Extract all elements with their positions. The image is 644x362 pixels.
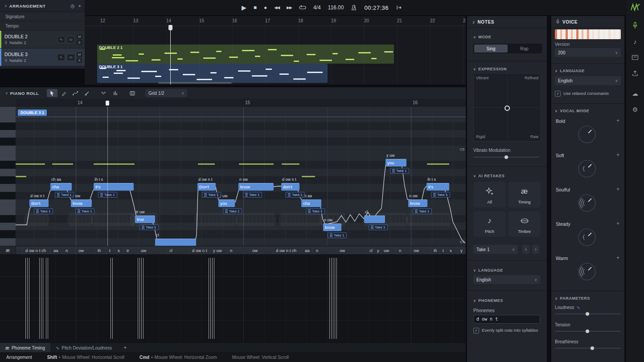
phoneme-token[interactable]: aa xyxy=(305,248,310,253)
phoneme-token[interactable]: cl xyxy=(169,248,172,253)
vocal-mode-knob-soft[interactable] xyxy=(576,158,598,181)
vocal-mode-knob-bold[interactable] xyxy=(576,124,598,147)
piano-note[interactable]: you xyxy=(218,199,235,207)
clip-chip[interactable]: DOUBLE 3 1 xyxy=(18,110,47,116)
piano-note[interactable]: true xyxy=(135,216,155,223)
piano-note[interactable] xyxy=(364,216,385,223)
piano-note[interactable]: know xyxy=(323,224,341,231)
parameters-section-header[interactable]: ∨PARAMETERS xyxy=(555,296,590,301)
evenly-split-checkbox-row[interactable]: ✓ Evenly split note into syllables xyxy=(473,328,540,334)
export-icon[interactable] xyxy=(626,70,644,77)
phoneme-token[interactable]: n xyxy=(66,248,68,253)
voice-avatar[interactable] xyxy=(555,29,621,39)
mic-icon[interactable] xyxy=(626,22,644,29)
loop-icon[interactable] xyxy=(299,4,306,11)
phoneme-token[interactable]: d ow n t ch xyxy=(25,248,46,253)
take-chip[interactable]: Take 1 xyxy=(431,192,450,198)
add-vocal-mode-button[interactable]: + xyxy=(616,220,619,227)
version-dropdown[interactable]: 200 ∨ xyxy=(555,48,621,57)
mode-sing-button[interactable]: Sing xyxy=(474,45,508,53)
piano-roll-ruler[interactable]: 141516 xyxy=(0,99,466,107)
take-chip[interactable]: Take 1 xyxy=(306,208,325,214)
phoneme-token[interactable]: t xyxy=(109,248,111,253)
piano-note[interactable]: know xyxy=(238,183,274,191)
curve-tool-button[interactable] xyxy=(70,89,81,97)
piano-note[interactable]: cha xyxy=(301,199,321,207)
track-pitch-mode-button[interactable]: ∿ xyxy=(57,36,65,43)
phoneme-token[interactable]: uw xyxy=(384,248,389,253)
take-chip[interactable]: Take 1 xyxy=(328,232,347,238)
tempo-lane[interactable]: Tempo xyxy=(0,21,85,31)
vocal-mode-knob-soulful[interactable] xyxy=(576,192,598,216)
loudness-slider[interactable] xyxy=(555,312,621,316)
take-chip[interactable]: Take 1 xyxy=(139,224,159,230)
voice-language-dropdown[interactable]: English ∨ xyxy=(555,76,621,85)
voice-language-section-header[interactable]: ∨LANGUAGE xyxy=(555,69,585,73)
take-chip[interactable]: Take 1 xyxy=(202,192,221,198)
piano-note[interactable]: don't xyxy=(29,199,49,207)
editor-layout-button[interactable] xyxy=(127,89,138,97)
stop-button[interactable]: ■ xyxy=(254,5,257,10)
phoneme-token[interactable]: y uw xyxy=(213,248,222,253)
goto-end-icon[interactable] xyxy=(396,4,402,11)
fast-forward-button[interactable]: ▶▶ xyxy=(287,6,292,10)
language-section-header[interactable]: ∨LANGUAGE xyxy=(473,268,503,273)
piano-note[interactable]: know xyxy=(71,199,92,207)
vocal-mode-section-header[interactable]: ∨VOCAL MODE xyxy=(555,109,589,113)
ai-retakes-section-header[interactable]: ∨AI RETAKES xyxy=(473,174,505,178)
timeline-scroll-thumb[interactable] xyxy=(158,82,232,84)
take-chip[interactable]: Take 1 xyxy=(369,224,388,230)
take-chip[interactable]: Take 1 xyxy=(286,192,305,198)
add-tab-button[interactable]: + xyxy=(123,345,127,351)
phonemes-input[interactable]: d ow n t xyxy=(473,315,540,324)
phoneme-token[interactable]: n xyxy=(399,248,401,253)
track-row-double2[interactable]: DOUBLE 2 Natalie 2 ∿ ▭ M S xyxy=(0,31,85,49)
piano-note[interactable]: it's xyxy=(427,183,449,191)
grid-size-dropdown[interactable]: Grid 1/2 ∨ xyxy=(145,89,187,97)
next-take-button[interactable]: › xyxy=(532,245,539,254)
add-vocal-mode-button[interactable]: + xyxy=(616,118,619,124)
settings-icon[interactable]: ⚙ xyxy=(626,106,644,113)
phonemes-section-header[interactable]: ∨PHONEMES xyxy=(473,298,503,303)
track-pitch-mode-button[interactable]: ∿ xyxy=(57,54,65,61)
note-language-dropdown[interactable]: English ∨ xyxy=(473,275,540,284)
piano-note[interactable]: you xyxy=(386,159,406,167)
phoneme-token[interactable]: tr xyxy=(127,248,129,253)
retake-all-button[interactable]: All xyxy=(473,182,506,207)
clip-double2-1[interactable]: DOUBLE 2 1 xyxy=(97,45,394,64)
phoneme-token[interactable]: s xyxy=(118,248,120,253)
pitch-wave-tool-button[interactable] xyxy=(98,89,109,97)
playhead-marker[interactable] xyxy=(106,101,109,106)
add-vocal-mode-button[interactable]: + xyxy=(616,152,619,158)
piano-roll[interactable]: DOUBLE 3 1 ch aachaTake 1ih t sit'sTake … xyxy=(0,107,466,246)
select-tool-button[interactable] xyxy=(47,89,57,97)
play-button[interactable]: ▶ xyxy=(242,4,246,11)
record-button[interactable]: ● xyxy=(264,5,267,10)
take-chip[interactable]: Take 1 xyxy=(55,192,74,198)
piano-note[interactable]: don't xyxy=(281,183,299,191)
tempo-value[interactable]: 116.00 xyxy=(328,4,344,11)
phoneme-token[interactable]: t xyxy=(443,248,444,253)
add-vocal-mode-button[interactable]: + xyxy=(616,186,619,192)
piano-note[interactable]: it's xyxy=(94,183,134,191)
phoneme-token[interactable]: ow xyxy=(252,248,258,253)
draw-tool-button[interactable] xyxy=(58,89,69,97)
phoneme-token[interactable]: d ow n t ch xyxy=(276,248,296,253)
phoneme-token[interactable]: ow xyxy=(78,248,84,253)
checkbox-checked-icon[interactable]: ✓ xyxy=(473,328,479,334)
phoneme-token[interactable]: t xyxy=(206,248,207,253)
solo-button[interactable]: S xyxy=(77,58,82,63)
mode-rap-button[interactable]: Rap xyxy=(508,45,541,53)
phoneme-token[interactable]: ih xyxy=(434,248,437,253)
take-chip[interactable]: Take 1 xyxy=(75,208,94,214)
retake-timing-button[interactable]: æ Timing xyxy=(508,182,541,207)
piano-note[interactable]: know xyxy=(408,199,427,207)
tension-slider[interactable] xyxy=(555,329,621,333)
mode-section-header[interactable]: ∨MODE xyxy=(473,35,491,39)
timeline-ruler[interactable]: 121314151617181920212223 xyxy=(85,16,466,26)
take-dropdown[interactable]: Take 1 ∨ xyxy=(473,245,518,254)
phoneme-strip[interactable]: æ d ow n t chaanowihtstruwcld ow nty uwn… xyxy=(0,246,466,255)
take-chip[interactable]: Take 1 xyxy=(243,192,262,198)
vibrato-modulation-slider[interactable] xyxy=(473,155,539,159)
phoneme-token[interactable]: y xyxy=(460,248,463,253)
